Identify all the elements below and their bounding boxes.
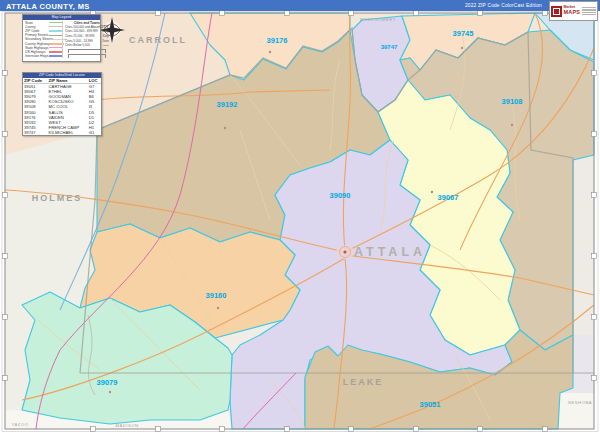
- legend-city-label: Cities 500,000 and Above: [65, 25, 99, 29]
- legend-swatch-interstate: [49, 55, 62, 57]
- legend-swatch-zip: [49, 30, 62, 33]
- cell-loc: G1: [88, 130, 101, 135]
- zip-label-39747: 39747: [381, 44, 398, 50]
- zip-label-39090: 39090: [330, 191, 351, 200]
- logo-fine-print: [582, 7, 596, 15]
- table-row: 39160SALLISD5: [23, 110, 101, 115]
- county-label-attala: ATTALA: [354, 245, 426, 259]
- table-row: 39747KILMICHAELG1: [23, 130, 101, 135]
- zip-table-header-row: ZIP Code ZIP Name LOC: [23, 78, 101, 84]
- legend-city-label: Cities Below 5,000: [65, 43, 90, 47]
- legend-city-label: Cities 100,000 - 499,999: [65, 29, 98, 33]
- zip-label-39176: 39176: [267, 36, 288, 45]
- legend-scale-bracket: [68, 49, 106, 53]
- page-title: ATTALA COUNTY, MS: [6, 2, 90, 11]
- zip-label-39108: 39108: [502, 97, 523, 106]
- publisher-logo: Market MAPS: [549, 1, 598, 21]
- map-page: CARROLL MONTGOMERY HOLMES ATTALA LEAKE Y…: [0, 0, 600, 436]
- legend-swatch-county: [49, 26, 62, 27]
- legend-swatch-primary: [49, 35, 62, 36]
- county-label-montgomery: MONTGOMERY: [360, 17, 396, 22]
- table-row: 39051CARTHAGEG7: [23, 83, 101, 89]
- zip-label-39079: 39079: [97, 378, 118, 387]
- legend-city-sample: Town: [103, 44, 109, 47]
- legend-swatch-state: [49, 22, 62, 24]
- legend-city-label: Cities 25,000 - 99,999: [65, 34, 94, 38]
- logo-brand-bottom: MAPS: [564, 10, 581, 16]
- legend-scale-bracket: [68, 54, 106, 58]
- legend-box: Map Legend State County ZIP Code Primary…: [22, 14, 101, 62]
- title-bar: ATTALA COUNTY, MS 2022 ZIP Code ColorCas…: [0, 0, 600, 11]
- zip-label-39067: 39067: [438, 193, 459, 202]
- county-label-leake: LEAKE: [343, 377, 384, 387]
- county-map: CARROLL MONTGOMERY HOLMES ATTALA LEAKE Y…: [0, 0, 600, 436]
- legend-city-sample: Town: [102, 39, 109, 43]
- zip-label-39051: 39051: [420, 400, 441, 409]
- legend-city-sample: City: [103, 34, 109, 38]
- legend-cities-column: Cities and Towns Cities 500,000 and Abov…: [62, 21, 109, 59]
- legend-city-label: Cities 5,000 - 24,999: [65, 39, 93, 43]
- legend-line-items: State County ZIP Code Primary Streets Se…: [25, 21, 62, 59]
- county-label-carroll: CARROLL: [129, 35, 187, 45]
- table-row: 39108MC COOLI3: [23, 104, 101, 109]
- legend-swatch-us-hwy: [49, 51, 62, 52]
- legend-city-sample: City: [102, 29, 109, 33]
- zip-label-39192: 39192: [217, 100, 238, 109]
- county-label-madison: MADISON: [115, 423, 138, 428]
- legend-swatch-state-hwy: [49, 47, 62, 48]
- zip-label-39745: 39745: [453, 29, 474, 38]
- county-label-neshoba: NESHOBA: [568, 400, 592, 405]
- map-grid-icon: [551, 6, 562, 17]
- cell-zip: 39747: [23, 130, 48, 135]
- county-label-yazoo: YAZOO: [12, 422, 29, 427]
- edition-label: 2022 ZIP Code ColorCast Edition: [465, 3, 542, 8]
- legend-item-label: Interstate Hwys: [25, 54, 48, 58]
- cell-name: KILMICHAEL: [48, 130, 88, 135]
- zip-index-table: ZIP Code Index/Grid Locator ZIP Code ZIP…: [22, 72, 102, 136]
- county-label-holmes: HOLMES: [32, 193, 83, 203]
- zip-label-39160: 39160: [206, 291, 227, 300]
